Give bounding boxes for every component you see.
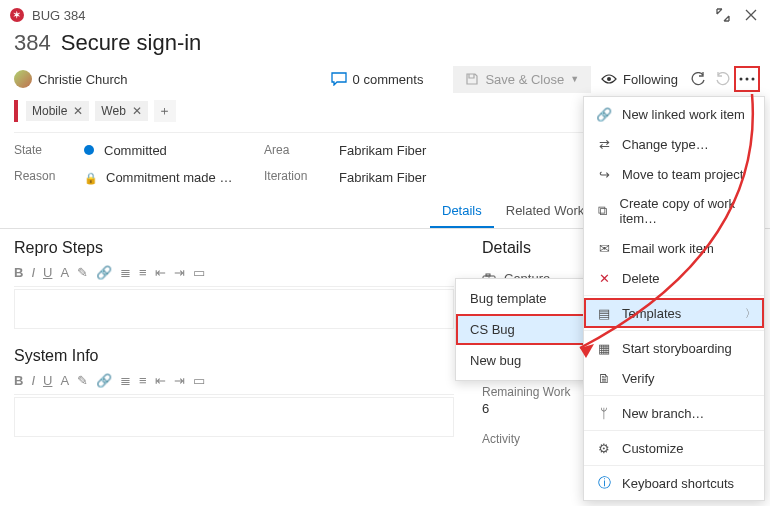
indent-icon[interactable]: ⇥ [174,265,185,280]
menu-customize[interactable]: ⚙Customize [584,433,764,463]
copy-icon: ⧉ [596,203,610,219]
tag-web[interactable]: Web ✕ [95,101,147,121]
svg-rect-6 [486,274,490,276]
bullet-list-icon[interactable]: ≣ [120,265,131,280]
state-label: State [14,143,64,157]
refresh-icon[interactable] [686,67,710,91]
menu-separator [584,395,764,396]
menu-storyboard[interactable]: ▦Start storyboarding [584,333,764,363]
menu-separator [584,430,764,431]
assignee-name[interactable]: Christie Church [38,72,128,87]
menu-change-type[interactable]: ⇄Change type… [584,129,764,159]
templates-submenu: Bug template CS Bug New bug [455,278,590,381]
indent-icon[interactable]: ⇥ [174,373,185,388]
bug-tag-label: BUG 384 [32,8,704,23]
svg-point-3 [752,78,755,81]
menu-templates[interactable]: ▤Templates〉 [584,298,764,328]
tag-label: Web [101,104,125,118]
system-info-heading: System Info [14,347,454,365]
state-dot-icon [84,145,94,155]
template-item-new-bug[interactable]: New bug [456,345,589,376]
menu-new-branch[interactable]: ᛘNew branch… [584,398,764,428]
verify-icon: 🗎 [596,370,612,386]
highlight-icon[interactable]: ✎ [77,373,88,388]
save-close-label: Save & Close [485,72,564,87]
menu-move-team[interactable]: ↪Move to team project [584,159,764,189]
font-icon[interactable]: A [60,373,69,388]
menu-delete[interactable]: ✕Delete [584,263,764,293]
tab-details[interactable]: Details [430,195,494,228]
comments-count[interactable]: 0 comments [353,72,424,87]
menu-new-linked[interactable]: 🔗New linked work item [584,99,764,129]
fullscreen-icon[interactable] [714,6,732,24]
tag-remove-icon[interactable]: ✕ [132,104,142,118]
area-label: Area [264,143,319,157]
bug-type-icon: ✶ [10,8,24,22]
menu-separator [584,295,764,296]
menu-separator [584,330,764,331]
save-close-button: Save & Close ▼ [453,66,591,93]
outdent-icon[interactable]: ⇤ [155,265,166,280]
system-info-editor[interactable] [14,397,454,437]
link-icon[interactable]: 🔗 [96,265,112,280]
rich-text-toolbar: B I U A ✎ 🔗 ≣ ≡ ⇤ ⇥ ▭ [14,265,454,287]
number-list-icon[interactable]: ≡ [139,373,147,388]
tag-remove-icon[interactable]: ✕ [73,104,83,118]
branch-icon: ᛘ [596,405,612,421]
svg-point-0 [607,77,611,81]
area-value[interactable]: Fabrikam Fiber [339,143,469,158]
link-icon[interactable]: 🔗 [96,373,112,388]
info-icon: ⓘ [596,475,612,491]
image-icon[interactable]: ▭ [193,373,205,388]
reason-label: Reason [14,169,64,183]
menu-separator [584,465,764,466]
font-icon[interactable]: A [60,265,69,280]
svg-point-2 [746,78,749,81]
menu-shortcuts[interactable]: ⓘKeyboard shortcuts [584,468,764,498]
template-item-bug-template[interactable]: Bug template [456,283,589,314]
outdent-icon[interactable]: ⇤ [155,373,166,388]
menu-create-copy[interactable]: ⧉Create copy of work item… [584,189,764,233]
image-icon[interactable]: ▭ [193,265,205,280]
underline-icon[interactable]: U [43,373,52,388]
svg-point-1 [740,78,743,81]
rich-text-toolbar: B I U A ✎ 🔗 ≣ ≡ ⇤ ⇥ ▭ [14,373,454,395]
follow-toggle[interactable]: Following [601,72,678,87]
mail-icon: ✉ [596,240,612,256]
add-tag-button[interactable]: ＋ [154,100,176,122]
template-item-cs-bug[interactable]: CS Bug [456,314,589,345]
italic-icon[interactable]: I [31,265,35,280]
more-actions-button[interactable] [734,66,760,92]
iteration-value[interactable]: Fabrikam Fiber [339,170,469,185]
undo-icon[interactable] [710,67,734,91]
eye-icon [601,73,617,85]
state-value[interactable]: Committed [84,143,244,158]
iteration-label: Iteration [264,169,319,183]
tag-mobile[interactable]: Mobile ✕ [26,101,89,121]
bold-icon[interactable]: B [14,265,23,280]
repro-steps-editor[interactable] [14,289,454,329]
italic-icon[interactable]: I [31,373,35,388]
template-icon: ▤ [596,305,612,321]
menu-verify[interactable]: 🗎Verify [584,363,764,393]
swap-icon: ⇄ [596,136,612,152]
link-icon: 🔗 [596,106,612,122]
work-item-title[interactable]: Secure sign-in [61,30,202,56]
bold-icon[interactable]: B [14,373,23,388]
delete-icon: ✕ [596,270,612,286]
more-actions-menu: 🔗New linked work item ⇄Change type… ↪Mov… [583,96,765,501]
close-icon[interactable] [742,6,760,24]
number-list-icon[interactable]: ≡ [139,265,147,280]
lock-icon [84,170,106,185]
menu-email[interactable]: ✉Email work item [584,233,764,263]
color-strip [14,100,18,122]
highlight-icon[interactable]: ✎ [77,265,88,280]
reason-value[interactable]: Commitment made … [84,170,244,185]
repro-steps-heading: Repro Steps [14,239,454,257]
bullet-list-icon[interactable]: ≣ [120,373,131,388]
avatar[interactable] [14,70,32,88]
work-item-id: 384 [14,30,51,56]
chevron-right-icon: 〉 [745,306,756,321]
underline-icon[interactable]: U [43,265,52,280]
comments-icon[interactable] [331,72,347,86]
